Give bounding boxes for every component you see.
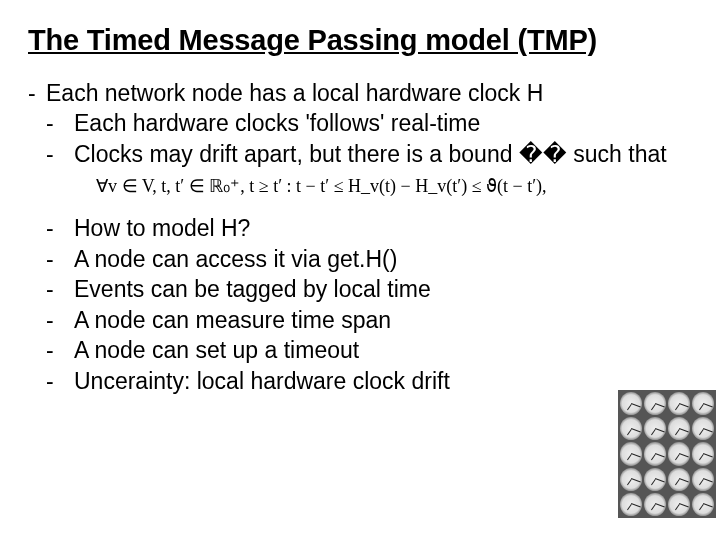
bullet-dash: - [28, 306, 74, 335]
bullet-text: A node can access it via get.H() [74, 245, 397, 274]
bullet-level1: - Clocks may drift apart, but there is a… [28, 140, 692, 169]
bullet-level1: - A node can access it via get.H() [28, 245, 692, 274]
bullet-text: Clocks may drift apart, but there is a b… [74, 140, 667, 169]
bullet-level1: - Events can be tagged by local time [28, 275, 692, 304]
bullet-dash: - [28, 336, 74, 365]
clocks-image [618, 390, 716, 518]
slide-title: The Timed Message Passing model (TMP) [28, 24, 692, 57]
bullet-dash: - [28, 275, 74, 304]
bullet-text: Each network node has a local hardware c… [46, 79, 543, 108]
bullet-text: Events can be tagged by local time [74, 275, 431, 304]
bullet-dash: - [28, 214, 74, 243]
bullet-dash: - [28, 140, 74, 169]
bullet-text: A node can measure time span [74, 306, 391, 335]
bullet-text: Each hardware clocks 'follows' real-time [74, 109, 480, 138]
bullet-dash: - [28, 245, 74, 274]
bullet-level1: - A node can measure time span [28, 306, 692, 335]
slide-body: - Each network node has a local hardware… [28, 79, 692, 396]
bullet-text: How to model H? [74, 214, 250, 243]
bullet-dash: - [28, 367, 74, 396]
bullet-level1: - Each hardware clocks 'follows' real-ti… [28, 109, 692, 138]
math-formula: ∀v ∈ V, t, t′ ∈ ℝ₀⁺, t ≥ t′ : t − t′ ≤ H… [28, 175, 692, 198]
bullet-level1: - A node can set up a timeout [28, 336, 692, 365]
bullet-level1: - Uncerainty: local hardware clock drift [28, 367, 692, 396]
bullet-level0: - Each network node has a local hardware… [28, 79, 692, 108]
bullet-text: A node can set up a timeout [74, 336, 359, 365]
bullet-dash: - [28, 109, 74, 138]
bullet-dash: - [28, 79, 46, 108]
bullet-text: Uncerainty: local hardware clock drift [74, 367, 450, 396]
bullet-level1: - How to model H? [28, 214, 692, 243]
